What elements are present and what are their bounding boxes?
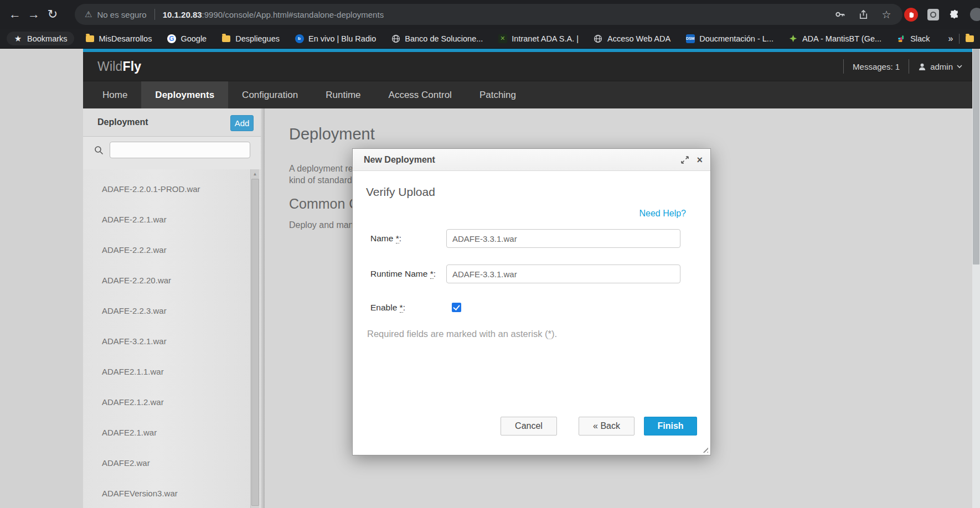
wildfly-console-page: WildFly Messages: 1 admin Home Deploymen… — [0, 49, 980, 508]
required-fields-note: Required fields are marked with an aster… — [367, 329, 557, 339]
profile-avatar[interactable] — [970, 8, 980, 21]
intranet-icon: ✕ — [498, 34, 507, 43]
name-input[interactable] — [446, 229, 680, 248]
page-description: A deployment rekind of standard — [289, 163, 353, 186]
app-header: WildFly Messages: 1 admin — [83, 52, 972, 81]
bookmark-banco-soluciones[interactable]: Banco de Solucione... — [391, 34, 483, 43]
extensions-puzzle-icon[interactable] — [948, 8, 961, 20]
main-nav: Home Deployments Configuration Runtime A… — [83, 81, 972, 108]
scroll-up-arrow-icon[interactable]: ▲ — [251, 169, 259, 178]
bookmark-label: MisDesarrollos — [99, 34, 152, 43]
deployment-search-input[interactable] — [110, 142, 250, 158]
bookmark-label: ADA - MantisBT (Ge... — [802, 34, 881, 43]
blu-radio-icon: b — [295, 34, 304, 43]
deployment-list-item[interactable]: ADAFE-3.2.1.war — [83, 326, 265, 356]
page-title: Deployment — [289, 125, 375, 143]
bookmark-label: Banco de Solucione... — [405, 34, 483, 43]
bookmarks-menu-button[interactable]: ★ Bookmarks — [7, 32, 74, 45]
runtime-name-input[interactable] — [446, 265, 680, 283]
not-secure-warning-icon: ⚠ — [85, 9, 92, 19]
deployment-list-item[interactable]: ADAFE2.1.war — [83, 417, 265, 448]
browser-scrollbar[interactable] — [972, 49, 980, 508]
bookmark-star-icon[interactable]: ☆ — [880, 8, 893, 20]
reload-icon[interactable]: ↻ — [43, 7, 62, 22]
browser-scrollbar-thumb[interactable] — [973, 49, 979, 265]
tab-home[interactable]: Home — [89, 81, 141, 108]
runtime-name-label: Runtime Name *: — [370, 265, 436, 283]
resize-handle-icon[interactable] — [701, 445, 708, 453]
expand-icon[interactable] — [681, 156, 689, 164]
username-label: admin — [930, 62, 953, 71]
bookmark-label: Intranet ADA S.A. | — [512, 34, 579, 43]
deployment-list: ADAFE-2.2.0.1-PROD.war ADAFE-2.2.1.war A… — [83, 169, 265, 508]
enable-checkbox[interactable] — [452, 303, 461, 312]
deployment-list-item[interactable]: ADAFE2.1.1.war — [83, 356, 265, 387]
deployment-list-item[interactable]: ADAFE2.1.2.war — [83, 387, 265, 417]
deployment-list-item[interactable]: ADAFE2.war — [83, 448, 265, 478]
bookmark-documentacion[interactable]: DSM Doucmentación - L... — [685, 34, 773, 43]
modal-header[interactable]: New Deployment × — [353, 149, 710, 171]
url-separator — [154, 9, 155, 20]
bookmark-blu-radio[interactable]: b En vivo | Blu Radio — [295, 34, 376, 43]
bookmark-mantisbt[interactable]: ADA - MantisBT (Ge... — [788, 34, 881, 43]
tab-runtime[interactable]: Runtime — [312, 81, 374, 108]
bookmarks-bar: ★ Bookmarks MisDesarrollos G Google Desp… — [0, 29, 980, 49]
password-key-icon[interactable] — [834, 8, 846, 20]
back-icon[interactable]: ← — [6, 7, 24, 22]
browser-window: ← → ↻ ⚠ No es seguro 10.1.20.83:9990/con… — [0, 0, 980, 508]
modal-title: New Deployment — [364, 155, 435, 165]
share-icon[interactable] — [857, 8, 869, 20]
close-icon[interactable]: × — [697, 155, 703, 165]
user-icon — [918, 63, 926, 71]
messages-link[interactable]: Messages: 1 — [853, 62, 900, 71]
back-button[interactable]: « Back — [579, 417, 635, 436]
url-path: :9990/console/App.html#standalone-deploy… — [202, 10, 384, 19]
deployment-list-item[interactable]: ADAFE-2.2.3.war — [83, 296, 265, 326]
bookmark-label: Doucmentación - L... — [699, 34, 773, 43]
folder-icon — [85, 34, 95, 43]
page-url[interactable]: 10.1.20.83:9990/console/App.html#standal… — [163, 10, 384, 19]
tab-patching[interactable]: Patching — [466, 81, 530, 108]
bookmark-label: Slack — [910, 34, 930, 43]
folder-icon — [221, 34, 231, 43]
bookmark-misdesarrollos[interactable]: MisDesarrollos — [85, 34, 152, 43]
url-host: 10.1.20.83 — [163, 10, 202, 19]
header-separator — [909, 59, 909, 74]
slack-icon — [896, 34, 906, 43]
address-bar[interactable]: ⚠ No es seguro 10.1.20.83:9990/console/A… — [75, 4, 902, 25]
tab-access-control[interactable]: Access Control — [375, 81, 466, 108]
finish-button[interactable]: Finish — [644, 417, 697, 436]
scrollbar-thumb[interactable] — [251, 179, 259, 506]
tab-configuration[interactable]: Configuration — [228, 81, 312, 108]
search-icon — [94, 146, 104, 157]
cancel-button[interactable]: Cancel — [501, 417, 557, 436]
list-scrollbar[interactable]: ▲ — [250, 169, 259, 508]
bookmark-google[interactable]: G Google — [167, 34, 207, 43]
sidebar-title: Deployment — [97, 117, 148, 127]
screenshot-extension-icon[interactable] — [927, 9, 939, 20]
folder-icon[interactable] — [965, 34, 974, 43]
deployment-list-item[interactable]: ADAFEVersion3.war — [83, 478, 265, 508]
bookmarks-star-icon: ★ — [13, 34, 23, 43]
deployment-list-item[interactable]: ADAFE-2.2.20.war — [83, 265, 265, 296]
adblock-extension-icon[interactable] — [904, 8, 918, 22]
user-menu[interactable]: admin — [918, 62, 962, 71]
bookmarks-overflow-chevron[interactable]: » — [948, 34, 953, 44]
need-help-link[interactable]: Need Help? — [639, 209, 687, 219]
deployment-list-item[interactable]: ADAFE-2.2.2.war — [83, 235, 265, 265]
deployment-list-item[interactable]: ADAFE-2.2.0.1-PROD.war — [83, 174, 265, 204]
bookmark-slack[interactable]: Slack — [896, 34, 930, 43]
deployment-sidebar: Deployment Add ADAFE-2.2.0.1-PROD.war AD… — [83, 108, 265, 508]
deployment-list-item[interactable]: ADAFE-2.2.1.war — [83, 204, 265, 235]
chevron-down-icon — [957, 65, 962, 69]
bookmark-intranet-ada[interactable]: ✕ Intranet ADA S.A. | — [498, 34, 579, 43]
add-deployment-button[interactable]: Add — [230, 115, 254, 131]
bookmark-acceso-web[interactable]: Acceso Web ADA — [594, 34, 670, 43]
globe-icon — [391, 34, 400, 43]
bookmark-despliegues[interactable]: Despliegues — [221, 34, 280, 43]
new-deployment-modal: New Deployment × Verify Upload Need Help… — [352, 148, 711, 455]
forward-icon[interactable]: → — [24, 7, 43, 22]
globe-icon — [594, 34, 603, 43]
bookmark-label: Google — [180, 34, 207, 43]
tab-deployments[interactable]: Deployments — [141, 81, 228, 108]
